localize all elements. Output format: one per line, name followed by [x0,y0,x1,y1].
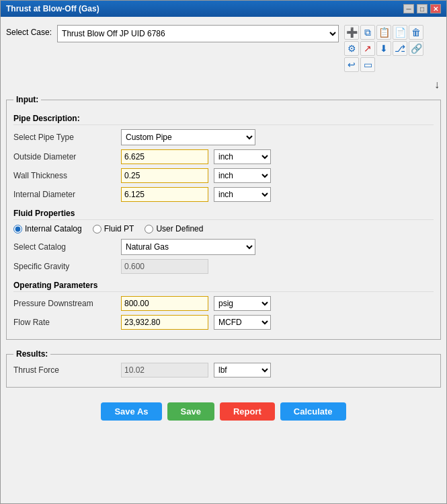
close-button[interactable]: ✕ [430,4,441,13]
internal-diameter-row: Internal Diameter inchmmcmft [13,187,434,202]
download-icon[interactable]: ⬇ [376,41,391,56]
window-icon[interactable]: ▭ [360,57,375,72]
wall-thickness-input[interactable] [121,168,208,183]
operating-parameters-label: Operating Parameters [13,281,434,292]
maximize-button[interactable]: □ [417,4,428,13]
pressure-unit-select[interactable]: psigpsiabargbara [214,296,271,311]
flow-rate-unit-select[interactable]: MCFDMMSCFDSCFH [214,315,271,330]
wall-thickness-row: Wall Thickness inchmmcmft [13,168,434,183]
fluid-properties-section: Fluid Properties Internal Catalog Fluid … [13,209,434,274]
fluid-pt-radio-label[interactable]: Fluid PT [93,224,134,233]
pipe-description-section: Pipe Description: Select Pipe Type Custo… [13,114,434,202]
user-defined-radio-label[interactable]: User Defined [145,224,203,233]
internal-catalog-radio[interactable] [13,225,22,233]
input-section: Input: Pipe Description: Select Pipe Typ… [6,95,441,340]
window-controls: ─ □ ✕ [403,4,441,13]
outside-diameter-label: Outside Diameter [13,152,121,161]
save-button[interactable]: Save [167,402,214,421]
pipe-type-label: Select Pipe Type [13,133,121,142]
thrust-force-label: Thrust Force [13,365,121,375]
minimize-button[interactable]: ─ [403,4,414,13]
share-icon[interactable]: ↗ [360,41,375,56]
specific-gravity-row: Specific Gravity [13,259,434,274]
paste-icon[interactable]: 📋 [376,25,391,40]
user-defined-radio[interactable] [145,225,153,233]
fluid-pt-radio[interactable] [93,225,101,233]
outside-diameter-input[interactable] [121,149,208,164]
bottom-bar: Save As Save Report Calculate [6,397,441,426]
main-window: Thrust at Blow-Off (Gas) ─ □ ✕ Select Ca… [0,0,447,504]
results-label: Results: [13,349,50,359]
flow-rate-input[interactable] [121,315,208,330]
undo-icon[interactable]: ↩ [344,57,359,72]
window-title: Thrust at Blow-Off (Gas) [6,4,99,13]
catalog-row: Select Catalog Natural GasAirMethaneProp… [13,239,434,255]
case-select[interactable]: Thrust Blow Off JP UID 6786 [57,25,339,42]
fluid-properties-label: Fluid Properties [13,209,434,220]
pressure-downstream-row: Pressure Downstream psigpsiabargbara [13,296,434,311]
outside-diameter-row: Outside Diameter inchmmcmft [13,149,434,164]
internal-catalog-radio-label[interactable]: Internal Catalog [13,224,82,233]
wall-thickness-unit-select[interactable]: inchmmcmft [214,168,271,183]
toolbar: ➕ ⧉ 📋 📄 🗑 ⚙ ↗ ⬇ ⎇ 🔗 ↩ ▭ [344,25,438,72]
top-bar: Select Case: Thrust Blow Off JP UID 6786… [6,22,441,75]
scroll-down-icon[interactable]: ↓ [6,79,441,91]
outside-diameter-unit-select[interactable]: inchmmcmft [214,149,271,164]
pipe-type-row: Select Pipe Type Custom Pipe Standard Pi… [13,129,434,145]
title-bar: Thrust at Blow-Off (Gas) ─ □ ✕ [1,1,446,17]
hierarchy-icon[interactable]: ⎇ [393,41,407,56]
settings-icon[interactable]: ⚙ [344,41,359,56]
catalog-label: Select Catalog [13,242,121,252]
copy-icon[interactable]: ⧉ [360,25,375,40]
input-label: Input: [13,95,41,104]
catalog-select[interactable]: Natural GasAirMethanePropane [121,239,255,255]
results-section: Results: Thrust Force lbfNkN [6,349,441,388]
fluid-radio-row: Internal Catalog Fluid PT User Defined [13,224,434,233]
internal-diameter-label: Internal Diameter [13,190,121,199]
export-icon[interactable]: 📄 [393,25,407,40]
thrust-force-input [121,363,208,377]
operating-parameters-section: Operating Parameters Pressure Downstream… [13,281,434,330]
select-case-label: Select Case: [6,25,52,37]
pressure-downstream-input[interactable] [121,296,208,311]
specific-gravity-label: Specific Gravity [13,262,121,271]
add-icon[interactable]: ➕ [344,25,359,40]
wall-thickness-label: Wall Thickness [13,171,121,180]
flow-rate-label: Flow Rate [13,318,121,327]
calculate-button[interactable]: Calculate [280,402,346,421]
thrust-unit-select[interactable]: lbfNkN [214,363,271,377]
delete-icon[interactable]: 🗑 [409,25,423,40]
link-icon[interactable]: 🔗 [409,41,423,56]
save-as-button[interactable]: Save As [101,402,161,421]
internal-diameter-unit-select[interactable]: inchmmcmft [214,187,271,202]
flow-rate-row: Flow Rate MCFDMMSCFDSCFH [13,315,434,330]
pipe-type-select[interactable]: Custom Pipe Standard Pipe [121,129,255,145]
window-body: Select Case: Thrust Blow Off JP UID 6786… [1,17,446,503]
pipe-description-label: Pipe Description: [13,114,434,125]
report-button[interactable]: Report [220,402,275,421]
specific-gravity-input [121,259,208,274]
internal-diameter-input[interactable] [121,187,208,202]
pressure-downstream-label: Pressure Downstream [13,299,121,308]
thrust-force-row: Thrust Force lbfNkN [13,363,434,377]
